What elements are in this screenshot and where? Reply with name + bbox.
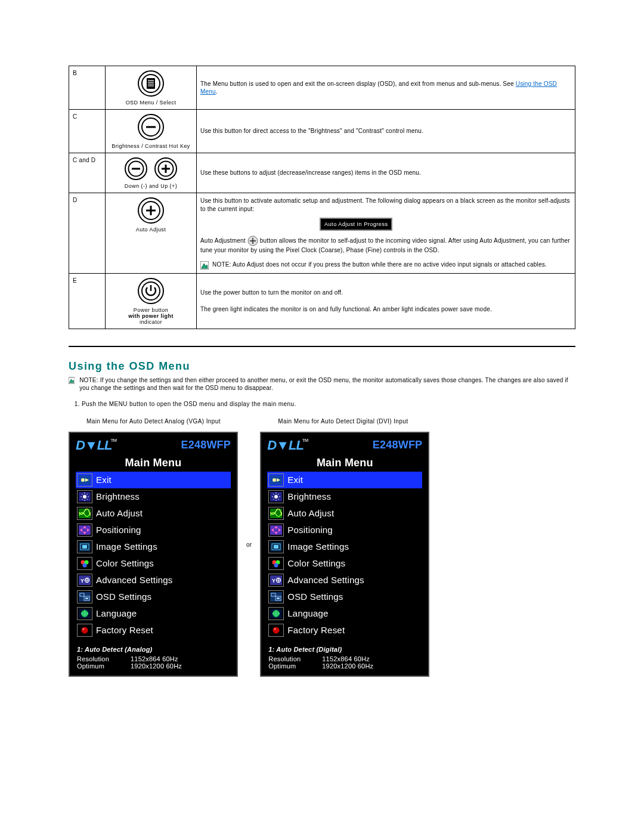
osd-item-label: Factory Reset [287,625,345,635]
osd-item-icon [77,490,92,503]
minus-button-icon [124,157,148,181]
power-button-icon [137,277,165,305]
osd-item-icon [268,557,284,570]
or-text: or [238,541,260,548]
plus-button-icon [154,157,178,181]
osd-item-icon [77,540,92,553]
osd-item: Image Settings [76,538,231,555]
svg-rect-2 [147,78,155,89]
osd-item-label: Factory Reset [96,625,153,635]
svg-rect-94 [277,597,280,599]
osd-item-label: Image Settings [287,541,349,552]
row-icon-cell: OSD Menu / Select [106,66,197,110]
osd-item-icon: Y [77,574,92,587]
row-desc: Use this button for direct access to the… [197,110,575,153]
osd-item-label: Image Settings [96,541,157,552]
osd-item-icon [77,607,92,620]
osd-item-label: Color Settings [96,558,154,568]
osd-item-label: Advanced Settings [287,575,364,585]
steps-list: Push the MENU button to open the OSD men… [82,401,575,407]
row-desc: The Menu button is used to open and exit… [197,66,575,110]
osd-item: Brightness [76,488,231,505]
menu-button-icon [137,70,165,97]
osd-item: Factory Reset [267,622,422,639]
row-icon-cell: Brightness / Contrast Hot Key [106,110,197,153]
desc-text: The green light indicates the monitor is… [200,305,571,314]
menu-title-left: Main Menu for Auto Detect Analog (VGA) I… [86,418,238,425]
osd-item-label: Auto Adjust [287,508,334,518]
svg-rect-81 [274,545,278,549]
row-icon-cell: Down (-) and Up (+) [106,153,197,193]
osd-item: Color Settings [76,555,231,572]
osd-item-label: Auto Adjust [96,508,143,518]
osd-item-label: Positioning [287,525,333,535]
auto-adjust-progress-badge: Auto Adjust In Progress [320,218,392,231]
osd-item-icon [77,524,92,537]
osd-item-icon [268,524,284,537]
svg-point-31 [83,495,86,498]
osd-menu-analog: D▼LLTME248WFPMain MenuExitBrightnessAuto… [69,432,238,677]
row-key: C [69,110,106,153]
osd-item: Language [76,605,231,622]
svg-point-64 [82,628,85,630]
osd-item-icon [268,607,284,620]
osd-item: Language [267,605,422,622]
row-desc: Use the power button to turn the monitor… [197,273,575,329]
osd-item-label: Color Settings [287,558,345,568]
osd-item-label: Brightness [96,491,140,501]
osd-item-label: Brightness [287,491,331,501]
osd-item-icon [268,590,284,603]
osd-item: Image Settings [267,538,422,555]
caption-text: with power light [128,313,174,319]
osd-item: Factory Reset [76,622,231,639]
svg-point-66 [273,478,276,482]
osd-item: Auto Adjust [267,505,422,522]
svg-text:Y: Y [272,578,275,584]
svg-point-63 [82,627,88,633]
note-text: NOTE: If you change the settings and the… [79,376,575,392]
desc-text: Use the power button to turn the monitor… [200,289,571,297]
auto-adjust-inline-icon [247,236,258,246]
note-text: NOTE: Auto Adjust does not occur if you … [212,261,547,269]
osd-item-icon [77,590,92,603]
osd-item: Color Settings [267,555,422,572]
osd-menu-digital: D▼LLTME248WFPMain MenuExitBrightnessAuto… [260,432,429,677]
osd-item-icon [268,490,284,503]
osd-item: Auto Adjust [76,505,231,522]
osd-item-icon [268,624,284,637]
caption-text: Power button [134,307,168,313]
osd-item-icon [77,507,92,520]
section-divider [69,346,575,347]
row-key: E [69,273,106,329]
caption-text: indicator [140,319,162,325]
osd-item-label: OSD Settings [287,592,343,602]
osd-item-icon: Y [268,574,284,587]
row-key: D [69,193,106,274]
osd-item: Positioning [76,522,231,538]
desc-text: Auto Adjustment button allows the monito… [200,236,571,255]
osd-item-icon [268,473,284,487]
note-icon [200,261,209,270]
minus-button-icon [137,113,165,141]
row-icon-cell: Power button with power light indicator [106,273,197,329]
desc-text: Auto Adjustment [200,237,247,244]
osd-item-label: Language [96,608,137,618]
svg-point-48 [83,563,87,567]
osd-item-icon [268,507,284,520]
menu-title-right: Main Menu for Auto Detect Digital (DVI) … [278,418,429,425]
row-key: B [69,66,106,110]
svg-point-29 [81,478,85,482]
osd-item: YAdvanced Settings [267,572,422,589]
osd-item-label: OSD Settings [96,592,151,602]
plus-button-icon [137,197,165,224]
svg-point-68 [274,495,278,498]
desc-text: Use this button to activate automatic se… [200,197,571,213]
osd-item: OSD Settings [76,589,231,605]
svg-point-100 [273,627,280,633]
osd-item: Exit [76,472,231,488]
osd-item: Brightness [267,488,422,505]
osd-item-label: Positioning [96,525,141,535]
row-caption: Power button with power light indicator [109,307,193,325]
desc-text: The Menu button is used to open and exit… [200,80,516,87]
osd-item: Exit [267,472,422,488]
